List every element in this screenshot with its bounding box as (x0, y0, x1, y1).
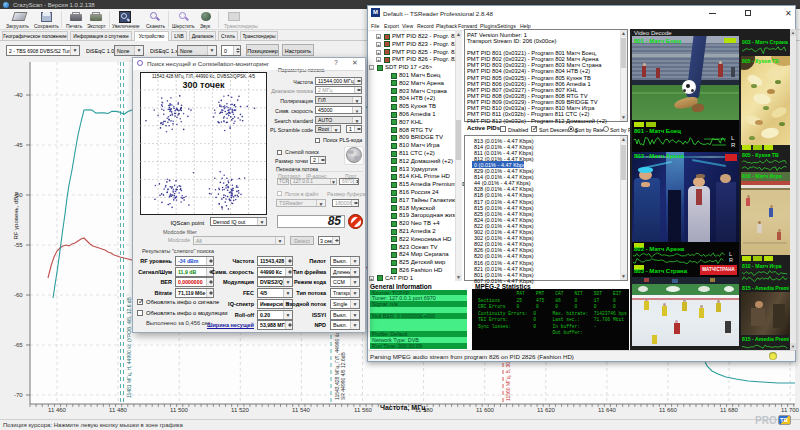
svg-text:SR 44990 4/5 12.6dB: SR 44990 4/5 12.6dB (340, 352, 346, 400)
